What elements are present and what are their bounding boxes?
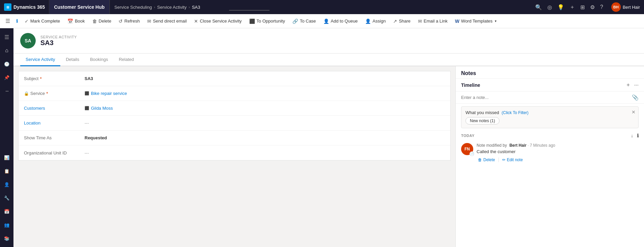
action-divider xyxy=(498,157,499,162)
missed-banner: What you missed (Click To Filter) New no… xyxy=(461,106,639,128)
sidebar-calendar[interactable]: 📅 xyxy=(1,205,13,217)
help-icon[interactable]: ? xyxy=(600,4,603,10)
sidebar-reports[interactable]: 📊 xyxy=(1,151,13,164)
opportunity-icon: ⬛ xyxy=(249,19,255,24)
sidebar-hamburger[interactable]: ☰ xyxy=(1,31,13,43)
app-name[interactable]: Customer Service Hub xyxy=(49,0,109,14)
tab-related[interactable]: Related xyxy=(114,54,139,66)
tabs-bar: Service Activity Details Bookings Relate… xyxy=(13,54,644,66)
delete-button[interactable]: 🗑 Delete xyxy=(89,16,115,27)
refresh-icon: ↺ xyxy=(119,19,123,24)
subject-value[interactable]: SA3 xyxy=(85,76,445,81)
note-input[interactable] xyxy=(461,95,629,100)
sidebar-service[interactable]: 🔧 xyxy=(1,192,13,204)
breadcrumb-current: SA3 xyxy=(192,5,200,10)
left-sidebar: ☰ ⌂ 🕐 📌 ··· 📊 📋 👤 🔧 📅 👥 📚 xyxy=(0,28,13,247)
email-link-button[interactable]: ✉ Email a Link xyxy=(415,16,451,27)
delete-note-button[interactable]: 🗑 Delete xyxy=(477,157,496,163)
search-bar[interactable] xyxy=(229,4,269,10)
customers-value[interactable]: ⬛ Gilda Moss xyxy=(85,106,445,111)
sidebar-more[interactable]: ··· xyxy=(1,85,13,97)
search-icon[interactable]: 🔍 xyxy=(535,4,542,10)
required-indicator-service: * xyxy=(46,91,48,96)
word-icon: W xyxy=(455,19,459,24)
attach-icon[interactable]: 📎 xyxy=(632,94,639,101)
close-banner-icon[interactable]: ✕ xyxy=(632,109,636,115)
timeline-actions: ＋ ··· xyxy=(625,81,639,89)
subject-label: Subject * xyxy=(24,76,85,81)
more-timeline-icon[interactable]: ··· xyxy=(634,82,639,88)
to-opportunity-button[interactable]: ⬛ To Opportunity xyxy=(246,16,289,27)
queue-icon: 👤 xyxy=(323,19,329,24)
dynamics-brand[interactable]: ⊞ Dynamics 365 xyxy=(0,0,49,14)
notes-panel: Notes Timeline ＋ ··· 📎 What you missed xyxy=(455,66,644,247)
edit-note-button[interactable]: ✏ Edit note xyxy=(501,157,524,163)
close-service-activity-button[interactable]: ✕ Close Service Activity xyxy=(191,16,245,27)
location-label: Location xyxy=(24,120,85,126)
sidebar-pinned[interactable]: 📌 xyxy=(1,71,13,83)
timeline-date-section: TODAY ↓ ℹ xyxy=(456,131,644,140)
sidebar-cases[interactable]: 📋 xyxy=(1,165,13,177)
tab-bookings[interactable]: Bookings xyxy=(85,54,113,66)
form-panel: Subject * SA3 🔒 Service * ⬛ xyxy=(13,66,455,247)
assign-button[interactable]: 👤 Assign xyxy=(362,16,389,27)
mark-complete-button[interactable]: ✓ Mark Complete xyxy=(21,16,63,27)
delete-icon: 🗑 xyxy=(92,19,97,24)
timeline-date-label: TODAY ↓ ℹ xyxy=(461,133,639,138)
sort-icon[interactable]: ↓ xyxy=(631,133,634,138)
date-actions: ↓ ℹ xyxy=(631,133,639,138)
show-time-as-value[interactable]: Requested xyxy=(85,135,445,140)
email-icon: ✉ xyxy=(147,19,151,24)
breadcrumb-sep-2: › xyxy=(189,5,190,9)
send-direct-email-button[interactable]: ✉ Send direct email xyxy=(144,16,190,27)
location-value[interactable]: --- xyxy=(85,120,445,126)
timeline-item: FN 📄 Note modified by Bert Hair · 7 Minu… xyxy=(456,140,644,166)
timeline-avatar: FN 📄 xyxy=(461,143,473,155)
sidebar-recent[interactable]: 🕐 xyxy=(1,58,13,70)
form-card: Subject * SA3 🔒 Service * ⬛ xyxy=(18,71,451,161)
new-notes-button[interactable]: New notes (1) xyxy=(465,117,500,125)
lock-icon: 🔒 xyxy=(24,91,29,96)
user-avatar: BH xyxy=(611,2,621,12)
add-timeline-icon[interactable]: ＋ xyxy=(625,81,631,89)
word-templates-button[interactable]: W Word Templates ▾ xyxy=(452,16,500,27)
share-button[interactable]: ↗ Share xyxy=(390,16,414,27)
refresh-button[interactable]: ↺ Refresh xyxy=(115,16,143,27)
sidebar-knowledge[interactable]: 📚 xyxy=(1,232,13,244)
user-name: Bert Hair xyxy=(623,5,640,10)
org-unit-label: Organizational Unit ID xyxy=(24,150,85,155)
missed-title: What you missed (Click To Filter) xyxy=(465,110,634,115)
page-header: SA SERVICE ACTIVITY SA3 xyxy=(13,28,644,54)
customers-link-icon: ⬛ xyxy=(85,106,89,110)
filter-icon[interactable]: ⊞ xyxy=(580,4,585,10)
tab-service-activity[interactable]: Service Activity xyxy=(20,54,60,66)
customers-label: Customers xyxy=(24,106,85,111)
sidebar-home[interactable]: ⌂ xyxy=(1,44,13,57)
tab-details[interactable]: Details xyxy=(60,54,85,66)
entity-label: SERVICE ACTIVITY xyxy=(40,35,77,39)
form-row-customers: Customers ⬛ Gilda Moss xyxy=(19,101,450,116)
breadcrumb-part-1[interactable]: Service Scheduling xyxy=(115,5,152,10)
add-to-queue-button[interactable]: 👤 Add to Queue xyxy=(320,16,361,27)
note-text: Called the customer xyxy=(477,149,639,154)
user-area[interactable]: BH Bert Hair xyxy=(607,0,644,14)
sidebar-contacts[interactable]: 👤 xyxy=(1,178,13,190)
lightbulb-icon[interactable]: 💡 xyxy=(557,4,564,10)
breadcrumb-sep-1: › xyxy=(154,5,155,9)
settings-icon[interactable]: ⚙ xyxy=(590,4,595,10)
hamburger-btn[interactable]: ☰ xyxy=(3,16,13,27)
sidebar-team[interactable]: 👥 xyxy=(1,219,13,231)
note-prefix: Note modified by xyxy=(477,143,507,148)
check-icon[interactable]: ◎ xyxy=(547,4,552,10)
info-btn[interactable]: ℹ xyxy=(13,16,21,27)
info-icon[interactable]: ℹ xyxy=(637,133,639,138)
top-nav: ⊞ Dynamics 365 Customer Service Hub Serv… xyxy=(0,0,644,14)
service-value[interactable]: ⬛ Bike repair service xyxy=(85,91,445,96)
to-case-button[interactable]: 🔗 To Case xyxy=(289,16,319,27)
note-badge-icon: 📄 xyxy=(470,151,474,156)
breadcrumb-part-2[interactable]: Service Activity xyxy=(157,5,187,10)
click-filter[interactable]: (Click To Filter) xyxy=(502,110,528,115)
add-icon[interactable]: ＋ xyxy=(570,4,575,11)
org-unit-value[interactable]: --- xyxy=(85,150,445,155)
book-button[interactable]: 📅 Book xyxy=(64,16,88,27)
